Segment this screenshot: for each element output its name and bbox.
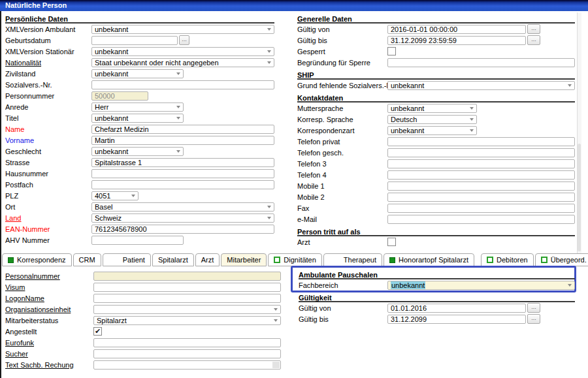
tab-korrespondenz[interactable]: Korrespondenz xyxy=(2,253,72,266)
dropdown-arrow-icon xyxy=(176,150,180,153)
zivilstand-select[interactable]: unbekannt xyxy=(91,69,184,78)
sucher-input[interactable] xyxy=(93,349,281,358)
angestellt-checkbox[interactable]: ✔ xyxy=(93,327,102,336)
gueltigkeit-von-picker-button[interactable]: ... xyxy=(527,303,540,313)
mitarbeiterstatus-select[interactable]: Spitalarzt xyxy=(93,316,281,325)
tab-honorartopf-spitalarzt[interactable]: Honorartopf Spitalarzt xyxy=(384,253,474,266)
sozialversnr-input[interactable] xyxy=(91,80,274,89)
telefon-3-input[interactable] xyxy=(387,159,575,168)
logonname-label[interactable]: LogonName xyxy=(5,294,93,302)
geburtsdatum-input[interactable] xyxy=(91,36,178,45)
fachbereich-select[interactable]: unbekannt xyxy=(387,281,575,290)
mobile-1-input[interactable] xyxy=(387,181,575,191)
select-value: Deutsch xyxy=(391,116,417,123)
personalnummer-label[interactable]: Personalnummer xyxy=(5,272,93,280)
geburtsdatum-picker-button[interactable]: ... xyxy=(179,35,189,45)
dropdown-arrow-icon xyxy=(267,28,271,31)
land-label[interactable]: Land xyxy=(5,214,91,222)
plz-select[interactable]: 4051 xyxy=(91,191,139,200)
dropdown-arrow-icon xyxy=(470,118,474,121)
sucher-label[interactable]: Sucher xyxy=(5,350,93,358)
text-sachb-rechung-label[interactable]: Text Sachb. Rechung xyxy=(5,361,93,369)
ean-nummer-input[interactable]: 7612345678900 xyxy=(91,225,274,234)
name-input[interactable]: Chefarzt Medizin xyxy=(91,125,274,134)
tab-spitalarzt[interactable]: Spitalarzt xyxy=(152,253,194,266)
arzt-checkbox[interactable] xyxy=(387,238,396,246)
field-row: Mobile 1 xyxy=(297,180,575,191)
ort-select[interactable]: Basel xyxy=(91,202,274,212)
gueltigkeit-bis-picker-button[interactable]: ... xyxy=(527,314,540,324)
field-row: Gültig bis 31.12.2099 ... xyxy=(299,313,575,324)
visum-label[interactable]: Visum xyxy=(5,283,93,291)
tab-therapeut[interactable]: Therapeut xyxy=(323,253,382,266)
eurofunk-label[interactable]: Eurofunk xyxy=(5,339,93,347)
vorname-input[interactable]: Martin xyxy=(91,136,274,145)
input-value: Chefarzt Medizin xyxy=(95,125,149,133)
tab-debitoren[interactable]: Debitoren xyxy=(481,253,534,266)
field-row: Ort Basel xyxy=(5,201,274,212)
begruendung-sperre-input[interactable] xyxy=(387,58,575,67)
xmlversion-ambulant-select[interactable]: unbekannt xyxy=(91,25,274,34)
organisationseinheit-select[interactable] xyxy=(93,305,281,314)
input-value: 50000 xyxy=(95,92,115,100)
gueltig-von-input[interactable]: 2016-01-01 00:00:00 xyxy=(387,25,526,34)
mobile-2-input[interactable] xyxy=(387,193,575,202)
tab-mitarbeiter[interactable]: Mitarbeiter xyxy=(221,253,267,266)
expand-button[interactable] xyxy=(272,362,280,368)
telefon-gesch-input[interactable] xyxy=(387,148,575,157)
field-row: Telefon 4 xyxy=(297,169,575,180)
logonname-input[interactable] xyxy=(93,294,281,303)
eurofunk-input[interactable] xyxy=(93,338,281,347)
geschlecht-select[interactable]: unbekannt xyxy=(91,147,184,156)
nationalitaet-select[interactable]: Staat unbekannt oder nicht angegeben xyxy=(91,58,274,67)
grund-fehlende-sozialversnr-select[interactable]: unbekannt xyxy=(387,81,575,90)
telefon-privat-input[interactable] xyxy=(387,137,575,146)
select-value: Spitalarzt xyxy=(97,317,127,324)
scrollbar-thumb[interactable] xyxy=(578,144,581,251)
land-select[interactable]: Schweiz xyxy=(91,213,274,223)
gueltig-bis-picker-button[interactable]: ... xyxy=(527,35,540,45)
email-input[interactable] xyxy=(387,215,575,224)
titel-select[interactable]: unbekannt xyxy=(91,114,184,123)
tab-patient[interactable]: Patient xyxy=(103,253,151,266)
organisationseinheit-label[interactable]: Organisationseinheit xyxy=(5,306,93,313)
tab-arzt[interactable]: Arzt xyxy=(195,253,220,266)
xmlversion-stationaer-select[interactable]: unbekannt xyxy=(91,47,274,56)
gueltigkeit-von-label: Gültig von xyxy=(299,304,387,312)
field-row: Gültig von 2016-01-01 00:00:00 ... xyxy=(297,24,575,35)
muttersprache-select[interactable]: unbekannt xyxy=(387,104,477,113)
gueltig-bis-input[interactable]: 31.12.2099 23:59:59 xyxy=(387,36,526,45)
visum-input[interactable] xyxy=(93,283,281,292)
postfach-input[interactable] xyxy=(91,180,274,189)
telefon-4-input[interactable] xyxy=(387,170,575,180)
field-row: Korresp. Sprache Deutsch xyxy=(297,114,575,125)
text-sachb-rechung-input[interactable] xyxy=(93,360,281,370)
korrespondenzart-select[interactable]: unbekannt xyxy=(387,126,477,135)
korresp-sprache-select[interactable]: Deutsch xyxy=(387,115,477,124)
field-row: Mitarbeiterstatus Spitalarzt xyxy=(5,315,291,326)
gueltigkeit-von-input[interactable]: 01.01.2016 xyxy=(387,304,526,313)
field-row: EAN-Nummer 7612345678900 xyxy=(5,223,274,234)
personnummer-label: Personnummer xyxy=(5,92,91,100)
dropdown-arrow-icon xyxy=(176,106,180,108)
tab-label: Patient xyxy=(123,256,145,264)
nationalitaet-label[interactable]: Nationalität xyxy=(5,59,91,67)
begruendung-sperre-label: Begründung für Sperre xyxy=(297,59,387,67)
tab-uebergeord-personen[interactable]: Übergeord. Personen xyxy=(535,253,588,266)
tab-crm[interactable]: CRM xyxy=(73,253,101,266)
tab-label: Arzt xyxy=(201,256,214,264)
gesperrt-checkbox[interactable] xyxy=(387,47,396,55)
tab-label: Dignitäten xyxy=(284,256,316,264)
gueltig-von-picker-button[interactable]: ... xyxy=(527,24,540,34)
ellipsis-icon: ... xyxy=(531,315,536,321)
gueltigkeit-bis-input[interactable]: 31.12.2099 xyxy=(387,315,526,324)
hausnummer-input[interactable] xyxy=(91,169,274,178)
strasse-input[interactable]: Spitalstrasse 1 xyxy=(91,158,274,167)
field-row: Titel unbekannt xyxy=(5,112,274,123)
anrede-select[interactable]: Herr xyxy=(91,102,184,112)
fax-input[interactable] xyxy=(387,204,575,213)
right-panel: Generelle Daten Gültig von 2016-01-01 00… xyxy=(297,14,575,247)
ahv-nummer-input[interactable] xyxy=(91,236,184,245)
tab-dignitaeten[interactable]: Dignitäten xyxy=(268,253,322,266)
field-row: Strasse Spitalstrasse 1 xyxy=(5,157,274,168)
